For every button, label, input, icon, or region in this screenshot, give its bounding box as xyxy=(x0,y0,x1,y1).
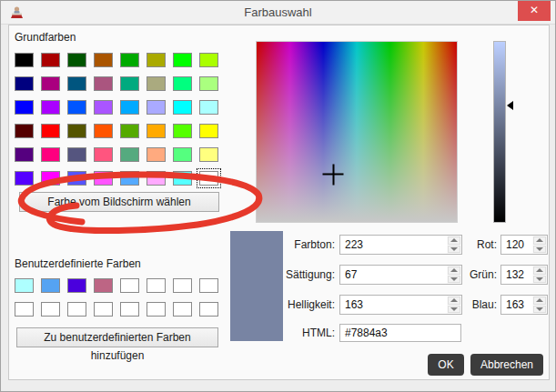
basic-color-swatch[interactable] xyxy=(41,100,60,115)
red-value: 120 xyxy=(501,236,532,254)
basic-color-swatch[interactable] xyxy=(15,124,34,138)
basic-color-swatch[interactable] xyxy=(199,124,218,138)
basic-color-swatch[interactable] xyxy=(94,124,113,138)
close-button[interactable]: ✕ xyxy=(518,1,551,21)
ok-button[interactable]: OK xyxy=(428,354,464,376)
picker-crosshair[interactable] xyxy=(323,164,344,185)
saturation-spinbox[interactable]: 67 xyxy=(339,265,462,285)
basic-color-swatch[interactable] xyxy=(173,53,192,67)
custom-color-swatch[interactable] xyxy=(147,278,166,293)
basic-color-swatch[interactable] xyxy=(41,76,60,91)
custom-color-swatch[interactable] xyxy=(67,302,86,317)
spin-up-button[interactable] xyxy=(533,236,546,245)
hue-spinbox[interactable]: 223 xyxy=(339,235,462,255)
basic-color-swatch[interactable] xyxy=(67,124,86,138)
basic-color-swatch[interactable] xyxy=(41,53,60,67)
basic-color-swatch[interactable] xyxy=(173,147,192,162)
html-label: HTML: xyxy=(262,323,335,343)
green-spinbox[interactable]: 132 xyxy=(500,265,548,285)
basic-color-swatch[interactable] xyxy=(94,171,113,186)
value-spinbox[interactable]: 163 xyxy=(339,295,462,315)
basic-color-swatch[interactable] xyxy=(15,147,34,162)
value-value: 163 xyxy=(340,296,447,314)
basic-color-swatch[interactable] xyxy=(94,100,113,115)
custom-color-swatch[interactable] xyxy=(67,278,86,293)
basic-color-swatch[interactable] xyxy=(67,147,86,162)
pick-from-screen-button[interactable]: Farbe vom Bildschirm wählen xyxy=(19,192,219,212)
blue-label: Blau: xyxy=(459,295,497,315)
basic-color-swatch[interactable] xyxy=(147,124,166,138)
basic-color-swatch[interactable] xyxy=(173,124,192,138)
custom-color-swatch[interactable] xyxy=(173,302,192,317)
basic-color-swatch[interactable] xyxy=(41,171,60,186)
basic-color-swatch[interactable] xyxy=(120,147,139,162)
basic-color-swatch[interactable] xyxy=(67,76,86,91)
basic-color-swatch[interactable] xyxy=(147,171,166,186)
custom-color-swatch[interactable] xyxy=(41,278,60,293)
luminance-gradient-bar[interactable] xyxy=(493,41,506,223)
custom-color-swatch[interactable] xyxy=(15,302,34,317)
basic-color-swatch[interactable] xyxy=(94,147,113,162)
value-label: Helligkeit: xyxy=(262,295,335,315)
green-label: Grün: xyxy=(459,265,497,285)
basic-color-swatch[interactable] xyxy=(15,171,34,186)
spin-up-button[interactable] xyxy=(533,266,546,275)
spin-up-button[interactable] xyxy=(533,297,546,305)
basic-color-swatch[interactable] xyxy=(120,53,139,67)
red-label: Rot: xyxy=(459,235,497,255)
basic-color-swatch[interactable] xyxy=(15,100,34,115)
basic-color-swatch[interactable] xyxy=(147,100,166,115)
basic-color-swatch[interactable] xyxy=(173,171,192,186)
custom-colors-grid xyxy=(15,278,218,317)
basic-color-swatch[interactable] xyxy=(199,147,218,162)
basic-color-swatch[interactable] xyxy=(120,171,139,186)
basic-color-swatch[interactable] xyxy=(199,53,218,67)
custom-color-swatch[interactable] xyxy=(15,278,34,293)
spin-down-button[interactable] xyxy=(533,276,546,284)
basic-color-swatch[interactable] xyxy=(120,100,139,115)
custom-color-swatch[interactable] xyxy=(94,278,113,293)
basic-color-swatch[interactable] xyxy=(67,100,86,115)
basic-color-swatch[interactable] xyxy=(94,76,113,91)
custom-color-swatch[interactable] xyxy=(147,302,166,317)
luminance-arrow-handle[interactable] xyxy=(507,101,513,110)
basic-color-swatch[interactable] xyxy=(199,76,218,91)
custom-color-swatch[interactable] xyxy=(94,302,113,317)
custom-color-swatch[interactable] xyxy=(120,302,139,317)
red-spinbox[interactable]: 120 xyxy=(500,235,548,255)
basic-color-swatch[interactable] xyxy=(15,76,34,91)
basic-color-swatch[interactable] xyxy=(120,76,139,91)
basic-color-swatch[interactable] xyxy=(94,53,113,67)
custom-color-swatch[interactable] xyxy=(199,302,218,317)
basic-color-swatch[interactable] xyxy=(15,53,34,67)
basic-color-swatch[interactable] xyxy=(199,100,218,115)
custom-color-swatch[interactable] xyxy=(173,278,192,293)
basic-color-swatch[interactable] xyxy=(120,124,139,138)
custom-color-swatch[interactable] xyxy=(120,278,139,293)
basic-color-swatch[interactable] xyxy=(41,124,60,138)
basic-color-swatch[interactable] xyxy=(199,171,218,186)
basic-color-swatch[interactable] xyxy=(67,53,86,67)
cancel-button[interactable]: Abbrechen xyxy=(470,354,543,376)
basic-color-swatch[interactable] xyxy=(147,53,166,67)
spin-down-button[interactable] xyxy=(533,306,546,314)
custom-color-swatch[interactable] xyxy=(199,278,218,293)
dialog-content: Grundfarben Farbe vom Bildschirm wählen … xyxy=(8,25,550,380)
basic-color-swatch[interactable] xyxy=(41,147,60,162)
blue-spinbox[interactable]: 163 xyxy=(500,295,548,315)
basic-color-swatch[interactable] xyxy=(147,147,166,162)
spin-down-button[interactable] xyxy=(533,246,546,254)
hue-saturation-pane[interactable] xyxy=(256,41,458,223)
basic-color-swatch[interactable] xyxy=(67,171,86,186)
add-custom-color-button[interactable]: Zu benutzerdefinierten Farben hinzufügen xyxy=(16,327,218,347)
custom-colors-label: Benutzerdefinierte Farben xyxy=(15,257,141,270)
luminance-slider[interactable] xyxy=(493,41,513,223)
window-title: Farbauswahl xyxy=(1,1,555,25)
custom-color-swatch[interactable] xyxy=(41,302,60,317)
basic-color-swatch[interactable] xyxy=(173,76,192,91)
basic-color-swatch[interactable] xyxy=(173,100,192,115)
html-input[interactable]: #7884a3 xyxy=(339,324,461,342)
color-dialog-window: Farbauswahl ✕ Grundfarben Farbe vom Bild… xyxy=(0,0,556,392)
basic-color-swatch[interactable] xyxy=(147,76,166,91)
saturation-value: 67 xyxy=(340,266,447,284)
